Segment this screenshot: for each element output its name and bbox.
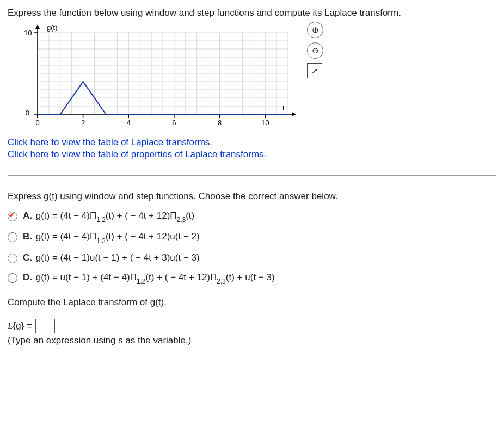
xtick-0: 0 bbox=[35, 119, 39, 127]
option-d-letter: D. bbox=[23, 272, 32, 282]
laplace-properties-link[interactable]: Click here to view the table of properti… bbox=[8, 149, 266, 160]
y-axis-label: g(t) bbox=[47, 23, 58, 32]
zoom-out-icon: ⊖ bbox=[312, 46, 319, 56]
xtick-2: 2 bbox=[81, 119, 85, 127]
xtick-10: 10 bbox=[261, 119, 269, 127]
compute-prompt: Compute the Laplace transform of g(t). bbox=[8, 297, 496, 308]
option-a-expr: g(t) = (4t − 4)Π1,2(t) + ( − 4t + 12)Π2,… bbox=[36, 211, 194, 221]
option-b-letter: B. bbox=[23, 231, 32, 242]
option-c-expr: g(t) = (4t − 1)u(t − 1) + ( − 4t + 3)u(t… bbox=[36, 253, 200, 263]
option-d-radio[interactable] bbox=[8, 273, 17, 283]
xtick-8: 8 bbox=[218, 119, 222, 127]
option-b-expr: g(t) = (4t − 4)Π1,3(t) + ( − 4t + 12)u(t… bbox=[36, 231, 200, 242]
answer-note: (Type an expression using s as the varia… bbox=[8, 335, 496, 346]
mc-prompt: Express g(t) using window and step funct… bbox=[8, 191, 496, 202]
question-text: Express the function below using window … bbox=[8, 8, 496, 19]
zoom-out-button[interactable]: ⊖ bbox=[307, 42, 323, 59]
option-c-radio[interactable] bbox=[8, 254, 17, 263]
ytick-10: 10 bbox=[24, 29, 32, 37]
option-b-radio[interactable] bbox=[8, 232, 17, 242]
zoom-in-button[interactable]: ⊕ bbox=[307, 22, 323, 38]
option-a-letter: A. bbox=[23, 211, 32, 221]
function-chart: g(t) t 10 0 0 2 4 6 8 10 bbox=[8, 22, 302, 136]
xtick-6: 6 bbox=[172, 119, 176, 127]
xtick-4: 4 bbox=[127, 119, 131, 127]
chart-container: g(t) t 10 0 0 2 4 6 8 10 ⊕ ⊖ ↗ bbox=[8, 22, 302, 136]
option-d-expr: g(t) = u(t − 1) + (4t − 4)Π1,2(t) + ( − … bbox=[36, 272, 275, 282]
section-divider bbox=[8, 175, 496, 176]
ytick-0: 0 bbox=[26, 109, 29, 117]
svg-marker-35 bbox=[35, 24, 40, 29]
popout-icon: ↗ bbox=[311, 66, 318, 76]
option-c-letter: C. bbox=[23, 253, 32, 263]
x-axis-label: t bbox=[282, 104, 285, 112]
svg-marker-37 bbox=[292, 112, 296, 116]
popout-button[interactable]: ↗ bbox=[307, 63, 322, 78]
option-a-radio[interactable] bbox=[8, 212, 17, 221]
zoom-in-icon: ⊕ bbox=[312, 25, 319, 35]
laplace-lhs: L{g} = bbox=[8, 321, 32, 331]
laplace-answer-input[interactable] bbox=[35, 319, 55, 333]
laplace-table-link[interactable]: Click here to view the table of Laplace … bbox=[8, 137, 212, 148]
